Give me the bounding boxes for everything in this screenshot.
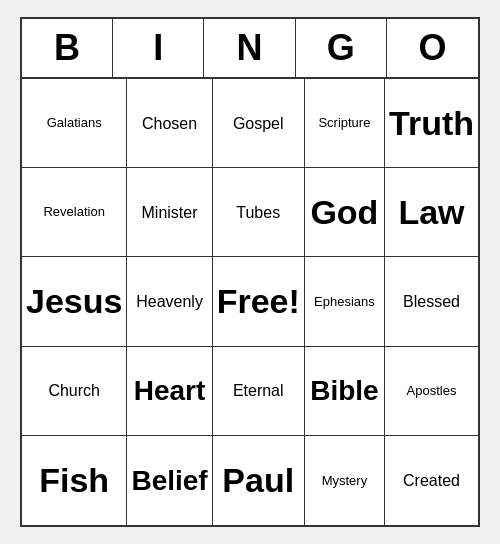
cell-text: Truth — [389, 103, 474, 144]
bingo-cell[interactable]: Heavenly — [127, 257, 212, 346]
header-letter: G — [296, 19, 387, 77]
cell-text: Ephesians — [314, 294, 375, 310]
cell-text: Eternal — [233, 381, 284, 400]
cell-text: Revelation — [43, 204, 104, 220]
bingo-cell[interactable]: Tubes — [213, 168, 305, 257]
bingo-cell[interactable]: Bible — [305, 347, 385, 436]
header-letter: O — [387, 19, 478, 77]
cell-text: Belief — [131, 464, 207, 498]
cell-text: Galatians — [47, 115, 102, 131]
cell-text: Tubes — [236, 203, 280, 222]
cell-text: Heart — [134, 374, 206, 408]
bingo-grid: GalatiansChosenGospelScriptureTruthRevel… — [22, 79, 478, 525]
cell-text: Jesus — [26, 281, 122, 322]
cell-text: Minister — [142, 203, 198, 222]
header-letter: I — [113, 19, 204, 77]
bingo-cell[interactable]: Revelation — [22, 168, 127, 257]
bingo-cell[interactable]: Heart — [127, 347, 212, 436]
bingo-card: BINGO GalatiansChosenGospelScriptureTrut… — [20, 17, 480, 527]
bingo-cell[interactable]: Gospel — [213, 79, 305, 168]
cell-text: Heavenly — [136, 292, 203, 311]
bingo-cell[interactable]: Fish — [22, 436, 127, 525]
cell-text: Church — [48, 381, 100, 400]
bingo-cell[interactable]: Jesus — [22, 257, 127, 346]
cell-text: Gospel — [233, 114, 284, 133]
bingo-cell[interactable]: Blessed — [385, 257, 478, 346]
bingo-cell[interactable]: Free! — [213, 257, 305, 346]
header-letter: B — [22, 19, 113, 77]
cell-text: Created — [403, 471, 460, 490]
bingo-cell[interactable]: God — [305, 168, 385, 257]
bingo-cell[interactable]: Truth — [385, 79, 478, 168]
cell-text: Blessed — [403, 292, 460, 311]
cell-text: Paul — [222, 460, 294, 501]
bingo-cell[interactable]: Created — [385, 436, 478, 525]
cell-text: Law — [398, 192, 464, 233]
cell-text: Chosen — [142, 114, 197, 133]
bingo-cell[interactable]: Scripture — [305, 79, 385, 168]
cell-text: Free! — [217, 281, 300, 322]
bingo-cell[interactable]: Eternal — [213, 347, 305, 436]
bingo-cell[interactable]: Minister — [127, 168, 212, 257]
cell-text: Apostles — [407, 383, 457, 399]
bingo-cell[interactable]: Belief — [127, 436, 212, 525]
cell-text: Mystery — [322, 473, 368, 489]
bingo-cell[interactable]: Mystery — [305, 436, 385, 525]
bingo-cell[interactable]: Church — [22, 347, 127, 436]
bingo-header: BINGO — [22, 19, 478, 79]
header-letter: N — [204, 19, 295, 77]
cell-text: Bible — [310, 374, 378, 408]
bingo-cell[interactable]: Chosen — [127, 79, 212, 168]
bingo-cell[interactable]: Paul — [213, 436, 305, 525]
bingo-cell[interactable]: Apostles — [385, 347, 478, 436]
cell-text: God — [310, 192, 378, 233]
cell-text: Scripture — [318, 115, 370, 131]
bingo-cell[interactable]: Galatians — [22, 79, 127, 168]
bingo-cell[interactable]: Ephesians — [305, 257, 385, 346]
bingo-cell[interactable]: Law — [385, 168, 478, 257]
cell-text: Fish — [39, 460, 109, 501]
